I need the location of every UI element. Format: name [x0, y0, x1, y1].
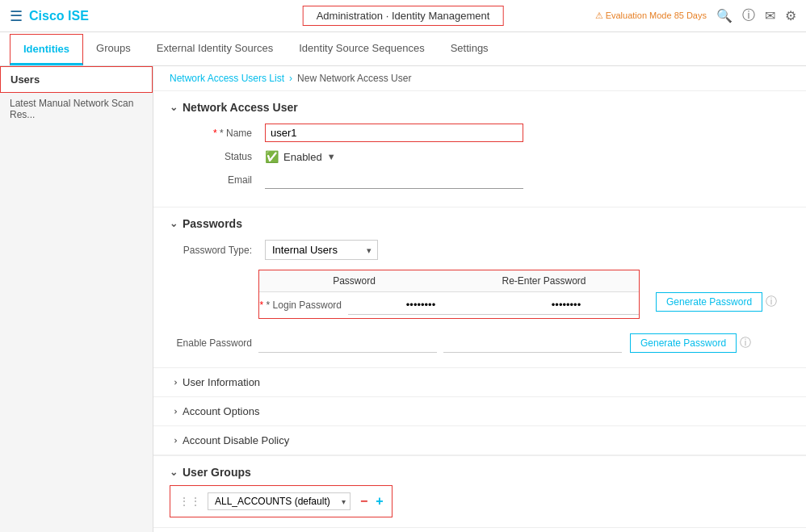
chevron-right-icon-accopts: ⌄ [168, 408, 179, 416]
chevron-down-icon: ⌄ [170, 102, 178, 113]
section-header-network[interactable]: ⌄ Network Access User [170, 101, 790, 114]
section-title-disable: Account Disable Policy [183, 434, 289, 446]
tab-groups[interactable]: Groups [83, 34, 144, 65]
pw-type-wrapper: Internal Users External [265, 240, 378, 260]
pw-table-header: Password Re-Enter Password [259, 270, 639, 292]
top-bar-right: ⚠ Evaluation Mode 85 Days 🔍 ⓘ ✉ ⚙ [595, 7, 796, 24]
login-password-input[interactable] [348, 295, 493, 315]
breadcrumb: Network Access Users List › New Network … [153, 66, 806, 91]
sidebar-item-users[interactable]: Users [0, 66, 153, 93]
status-dropdown[interactable]: ✅ Enabled ▼ [265, 150, 336, 163]
enable-password-reenter-input[interactable] [443, 333, 622, 353]
info-icon-enable[interactable]: ⓘ [740, 336, 751, 350]
eval-warning: ⚠ Evaluation Mode 85 Days [595, 10, 707, 21]
status-chevron-icon: ▼ [327, 152, 336, 161]
account-options-section[interactable]: ⌄ Account Options [153, 397, 806, 426]
tab-identity-sequences[interactable]: Identity Source Sequences [286, 34, 437, 65]
generate-login-password-button[interactable]: Generate Password [656, 292, 762, 312]
passwords-section: ⌄ Passwords Password Type: Internal User… [153, 207, 806, 368]
status-check-icon: ✅ [265, 150, 279, 163]
drag-handle-icon[interactable]: ⋮⋮ [178, 495, 201, 508]
add-group-button[interactable]: + [376, 494, 383, 509]
section-header-passwords[interactable]: ⌄ Passwords [170, 217, 790, 230]
feedback-icon[interactable]: ✉ [765, 8, 775, 23]
name-input[interactable] [265, 124, 523, 142]
chevron-right-icon-userinfo: ⌄ [168, 379, 179, 387]
section-title-user-info: User Information [183, 376, 260, 388]
user-group-select-wrapper: ALL_ACCOUNTS (default) Employee Guest Co… [208, 492, 351, 510]
account-disable-section[interactable]: ⌄ Account Disable Policy [153, 426, 806, 455]
tab-settings[interactable]: Settings [438, 34, 502, 65]
help-icon[interactable]: ⓘ [742, 7, 755, 24]
remove-group-button[interactable]: − [360, 494, 367, 509]
pw-col-reenter: Re-Enter Password [449, 270, 639, 291]
main-layout: Users Latest Manual Network Scan Res... … [0, 66, 806, 532]
top-bar: ☰ Cisco ISE Administration · Identity Ma… [0, 0, 806, 32]
breadcrumb-sep: › [289, 73, 292, 84]
pw-type-label: Password Type: [170, 245, 258, 256]
password-table: Password Re-Enter Password * * Login Pas… [258, 270, 640, 319]
tab-identities[interactable]: Identities [10, 34, 83, 65]
enable-pw-row: Enable Password Generate Password ⓘ [170, 333, 790, 353]
settings-icon[interactable]: ⚙ [785, 8, 796, 23]
user-groups-inner: ⋮⋮ ALL_ACCOUNTS (default) Employee Guest… [170, 485, 393, 517]
pw-type-select[interactable]: Internal Users External [265, 240, 378, 260]
generate-enable-password-button[interactable]: Generate Password [630, 333, 737, 353]
user-groups-header[interactable]: ⌄ User Groups [170, 466, 790, 479]
section-title-network: Network Access User [183, 101, 298, 114]
pw-col-password: Password [259, 270, 449, 291]
email-row: Email [170, 171, 790, 189]
email-label: Email [170, 174, 258, 186]
sidebar: Users Latest Manual Network Scan Res... [0, 66, 153, 532]
enable-password-input[interactable] [258, 333, 437, 353]
enable-pw-inputs [258, 333, 622, 353]
status-value: Enabled [283, 151, 322, 163]
sidebar-item-scan[interactable]: Latest Manual Network Scan Res... [0, 93, 153, 125]
section-title-user-groups: User Groups [183, 466, 251, 479]
name-row: * * Name [170, 124, 790, 142]
password-type-row: Password Type: Internal Users External [170, 240, 790, 260]
network-access-user-section: ⌄ Network Access User * * Name Status ✅ … [153, 91, 806, 207]
name-label: * * Name [170, 128, 258, 139]
info-icon-login[interactable]: ⓘ [766, 295, 777, 309]
main-content: Network Access Users List › New Network … [153, 66, 806, 532]
user-groups-section: ⌄ User Groups ⋮⋮ ALL_ACCOUNTS (default) … [153, 456, 806, 528]
user-group-select[interactable]: ALL_ACCOUNTS (default) Employee Guest Co… [208, 492, 351, 510]
login-pw-row: * * Login Password [259, 292, 639, 318]
login-pw-gen-area: Generate Password ⓘ [648, 292, 777, 312]
section-title-passwords: Passwords [183, 217, 242, 230]
breadcrumb-link[interactable]: Network Access Users List [170, 73, 284, 84]
chevron-right-icon-disable: ⌄ [168, 437, 179, 445]
tab-bar: Identities Groups External Identity Sour… [0, 32, 806, 66]
enable-pw-label: Enable Password [170, 337, 258, 349]
page-title: Administration · Identity Management [303, 6, 504, 26]
hamburger-icon[interactable]: ☰ [10, 7, 23, 25]
login-pw-label: * * Login Password [259, 300, 348, 311]
search-icon[interactable]: 🔍 [716, 8, 733, 23]
status-row: Status ✅ Enabled ▼ [170, 150, 790, 163]
brand-logo: Cisco ISE [29, 9, 89, 23]
user-group-row: ⋮⋮ ALL_ACCOUNTS (default) Employee Guest… [178, 492, 384, 510]
user-information-section[interactable]: ⌄ User Information [153, 368, 806, 397]
tab-external-identity[interactable]: External Identity Sources [144, 34, 287, 65]
email-input[interactable] [265, 171, 523, 189]
chevron-down-icon-ug: ⌄ [170, 467, 178, 478]
section-title-account-opts: Account Options [183, 405, 259, 417]
chevron-down-icon-pw: ⌄ [170, 218, 178, 229]
breadcrumb-current: New Network Access User [297, 73, 411, 84]
status-label: Status [170, 151, 258, 162]
login-password-reenter-input[interactable] [493, 295, 639, 315]
